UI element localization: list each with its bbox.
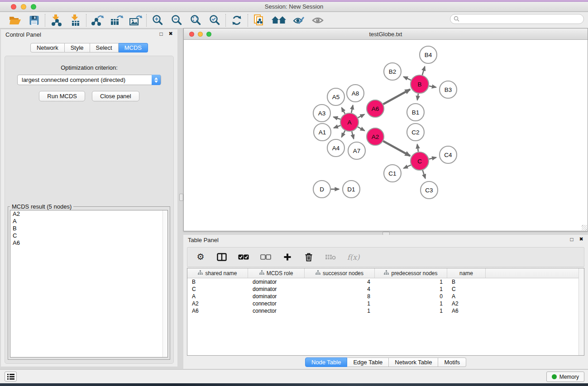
mcds-result-list[interactable]: A2ABCA6 xyxy=(10,210,168,357)
float-table-panel-icon[interactable]: □ xyxy=(569,236,575,243)
tab-motifs[interactable]: Motifs xyxy=(438,357,466,367)
cell-MCDS-role[interactable]: dominator xyxy=(248,278,305,286)
graph-edge-A-A8[interactable] xyxy=(351,105,353,113)
close-table-panel-icon[interactable]: ✖ xyxy=(578,236,584,243)
cell-name[interactable]: B xyxy=(447,278,486,286)
table-row[interactable]: Cdominator41C xyxy=(187,286,584,293)
graph-edge-A-A2[interactable] xyxy=(358,127,364,131)
table-row[interactable]: Bdominator41B xyxy=(187,278,584,286)
column-header-successor-nodes[interactable]: successor nodes xyxy=(305,268,375,278)
cell-name[interactable]: A2 xyxy=(447,300,486,307)
graph-edge-A-A6[interactable] xyxy=(358,114,365,118)
cell-predecessor-nodes[interactable]: 1 xyxy=(375,300,447,307)
column-header-name[interactable]: name xyxy=(447,268,486,278)
run-mcds-button[interactable]: Run MCDS xyxy=(39,91,85,101)
graph-edge-B-B2[interactable] xyxy=(403,76,411,80)
cell-shared-name[interactable]: A6 xyxy=(187,307,248,315)
function-builder-button[interactable]: f(x) xyxy=(347,252,359,262)
zoom-selected-button[interactable] xyxy=(205,14,224,27)
graph-node-D1[interactable]: D1 xyxy=(343,181,360,198)
graph-edge-A-A3[interactable] xyxy=(334,117,340,119)
zoom-fit-button[interactable] xyxy=(186,14,205,27)
tab-network-table[interactable]: Network Table xyxy=(389,357,438,367)
tab-edge-table[interactable]: Edge Table xyxy=(347,357,389,367)
graph-edge-A-A7[interactable] xyxy=(352,131,354,138)
graph-edge-C-C1[interactable] xyxy=(404,165,411,168)
cell-MCDS-role[interactable]: connector xyxy=(248,300,305,307)
select-all-columns-button[interactable] xyxy=(238,252,249,262)
graph-edge-B-B3[interactable] xyxy=(429,86,436,87)
cell-successor-nodes[interactable]: 4 xyxy=(305,278,375,286)
graph-node-A1[interactable]: A1 xyxy=(314,124,331,141)
show-hide-annotations-button[interactable] xyxy=(289,14,308,27)
column-header-predecessor-nodes[interactable]: predecessor nodes xyxy=(375,268,447,278)
close-panel-button[interactable]: Close panel xyxy=(92,91,139,101)
graph-node-A8[interactable]: A8 xyxy=(347,85,364,102)
show-hide-graphics-details-button[interactable] xyxy=(308,14,327,27)
tab-network[interactable]: Network xyxy=(30,43,65,52)
close-panel-icon[interactable]: ✖ xyxy=(167,31,174,37)
graph-node-C4[interactable]: C4 xyxy=(440,146,457,163)
graph-node-B[interactable]: B xyxy=(411,75,429,93)
table-row[interactable]: Adominator80A xyxy=(187,293,584,300)
cell-predecessor-nodes[interactable]: 1 xyxy=(375,307,447,315)
graph-edge-A2-C[interactable] xyxy=(383,141,410,156)
open-session-button[interactable] xyxy=(5,14,24,27)
graph-node-D[interactable]: D xyxy=(313,181,330,198)
table-row[interactable]: A6connector11A6 xyxy=(187,307,584,315)
birds-eye-view-button[interactable] xyxy=(268,14,289,27)
list-item[interactable]: A2 xyxy=(10,210,167,218)
list-item[interactable]: B xyxy=(10,225,167,232)
graph-node-B2[interactable]: B2 xyxy=(384,63,401,80)
graph-edge-A6-B[interactable] xyxy=(383,90,410,105)
import-table-button[interactable] xyxy=(66,14,85,27)
graph-node-C2[interactable]: C2 xyxy=(407,124,424,141)
save-session-button[interactable] xyxy=(24,14,43,27)
graph-edge-A-A1[interactable] xyxy=(334,125,340,128)
cell-name[interactable]: C xyxy=(447,286,486,293)
cell-shared-name[interactable]: A2 xyxy=(187,300,248,307)
search-input[interactable] xyxy=(450,14,584,24)
zoom-in-button[interactable] xyxy=(148,14,167,27)
cell-MCDS-role[interactable]: connector xyxy=(248,307,305,315)
column-header-shared-name[interactable]: shared name xyxy=(187,268,248,278)
deselect-all-columns-button[interactable] xyxy=(260,252,271,262)
graph-node-A6[interactable]: A6 xyxy=(367,100,384,117)
graph-node-A7[interactable]: A7 xyxy=(348,142,365,159)
select-spinner-icon[interactable] xyxy=(152,75,161,85)
cell-successor-nodes[interactable]: 8 xyxy=(305,293,375,300)
export-table-button[interactable] xyxy=(107,14,126,27)
list-item[interactable]: A xyxy=(10,218,167,225)
export-network-button[interactable] xyxy=(88,14,107,27)
network-window-titlebar[interactable]: testGlobe.txt xyxy=(184,29,588,40)
network-canvas[interactable]: AA1A3A5A8A4A7A6A2BB2B4B3B1CC2C4C1C3DD1 xyxy=(184,40,588,231)
cell-name[interactable]: A6 xyxy=(447,307,486,315)
graph-node-B1[interactable]: B1 xyxy=(407,104,424,121)
graph-node-C1[interactable]: C1 xyxy=(384,165,401,182)
graph-edge-C-C3[interactable] xyxy=(423,170,425,178)
cell-shared-name[interactable]: C xyxy=(187,286,248,293)
graph-node-B4[interactable]: B4 xyxy=(420,46,437,63)
cell-name[interactable]: A xyxy=(447,293,486,300)
split-column-button[interactable] xyxy=(217,252,227,262)
show-task-history-button[interactable] xyxy=(5,372,17,381)
horizontal-splitter-grip[interactable] xyxy=(179,194,183,201)
cell-predecessor-nodes[interactable]: 1 xyxy=(375,278,447,286)
add-column-button[interactable] xyxy=(282,252,292,262)
result-list-scrollbar[interactable] xyxy=(163,210,167,357)
graph-edge-C-C4[interactable] xyxy=(429,157,436,159)
table-scrollbar[interactable] xyxy=(578,268,584,355)
window-resize-grip[interactable] xyxy=(582,225,587,230)
graph-node-C3[interactable]: C3 xyxy=(421,181,438,199)
delete-table-button[interactable] xyxy=(325,252,336,262)
tab-node-table[interactable]: Node Table xyxy=(305,357,348,367)
table-row[interactable]: A2connector11A2 xyxy=(187,300,584,307)
zoom-out-button[interactable] xyxy=(167,14,186,27)
memory-button[interactable]: Memory xyxy=(546,372,584,382)
cell-successor-nodes[interactable]: 1 xyxy=(305,300,375,307)
float-panel-icon[interactable]: □ xyxy=(158,31,164,37)
graph-node-A5[interactable]: A5 xyxy=(327,88,344,105)
graph-edge-B-B1[interactable] xyxy=(417,94,418,100)
graph-node-C[interactable]: C xyxy=(411,152,429,170)
graph-edge-B-B4[interactable] xyxy=(422,67,425,75)
